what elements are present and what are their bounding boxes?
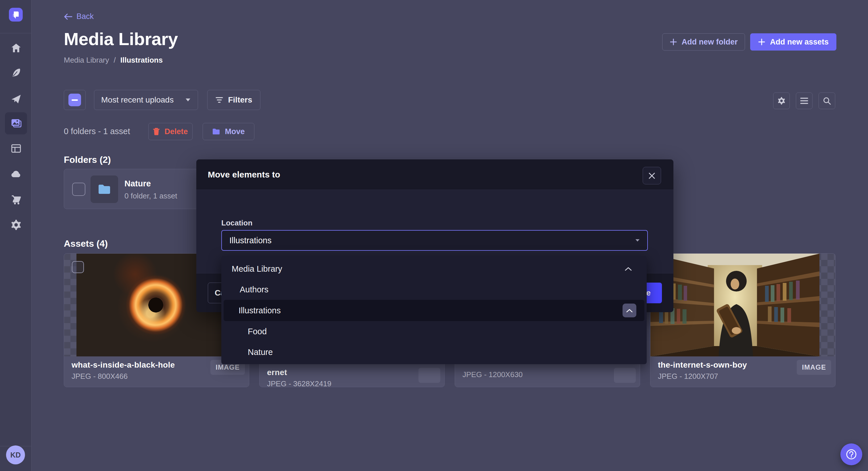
breadcrumb-current: Illustrations	[120, 56, 163, 64]
add-new-assets-label: Add new assets	[770, 38, 829, 46]
layout-icon	[9, 142, 23, 155]
indeterminate-checkbox-icon	[68, 94, 81, 106]
folder-checkbox[interactable]	[72, 183, 85, 196]
gear-icon	[9, 218, 23, 232]
move-button[interactable]: Move	[203, 123, 254, 140]
asset-meta: JPEG - 3628X2419	[267, 379, 437, 387]
user-avatar[interactable]: KD	[6, 445, 25, 464]
asset-type-badge: IMAGE	[797, 360, 831, 375]
breadcrumb-root[interactable]: Media Library	[64, 56, 109, 64]
delete-button[interactable]: Delete	[148, 123, 192, 140]
back-label: Back	[76, 12, 94, 21]
strapi-logo-glyph	[9, 8, 23, 22]
select-all-checkbox[interactable]	[64, 90, 86, 110]
gear-icon	[777, 96, 786, 106]
modal-close-button[interactable]	[643, 167, 661, 184]
sort-dropdown-value: Most recent uploads	[101, 95, 185, 105]
sort-dropdown[interactable]: Most recent uploads	[94, 90, 198, 110]
search-button[interactable]	[818, 93, 835, 109]
cart-icon	[9, 193, 23, 206]
sidebar-item-releases[interactable]	[5, 88, 27, 110]
back-arrow-icon	[64, 13, 72, 20]
caret-down-icon	[635, 239, 640, 242]
sidebar-item-content[interactable]	[5, 62, 27, 83]
collapse-children-button[interactable]	[623, 304, 636, 317]
help-icon	[845, 448, 857, 460]
folder-meta: 0 folder, 1 asset	[124, 192, 177, 200]
delete-label: Delete	[164, 127, 188, 136]
add-new-folder-button[interactable]: Add new folder	[662, 33, 745, 51]
filters-label: Filters	[228, 95, 252, 105]
asset-thumbnail	[650, 254, 835, 357]
location-dropdown-list: Media Library Authors Illustrations Food…	[221, 256, 647, 364]
asset-meta: JPEG - 1200X630	[462, 370, 632, 379]
folder-icon-tile	[91, 175, 118, 203]
chevron-up-icon	[626, 309, 632, 312]
dropdown-option-label: Food	[248, 327, 267, 336]
sidebar-item-home[interactable]	[5, 37, 27, 59]
breadcrumb: Media Library/Illustrations	[64, 56, 163, 65]
move-label: Move	[225, 127, 245, 136]
selection-count: 0 folders - 1 asset	[64, 127, 130, 136]
modal-header: Move elements to	[196, 159, 674, 190]
feather-icon	[9, 66, 23, 79]
chevron-up-icon	[625, 267, 632, 271]
trash-icon	[153, 128, 160, 136]
sidebar-item-content-type-builder[interactable]	[5, 137, 27, 159]
sidebar-divider-top	[0, 33, 32, 33]
media-library-icon	[9, 116, 23, 130]
sidebar-item-deploy[interactable]	[5, 163, 27, 185]
dropdown-option-nature[interactable]: Nature	[221, 342, 647, 363]
assets-heading: Assets (4)	[64, 238, 108, 249]
help-button[interactable]	[840, 443, 862, 465]
add-new-folder-label: Add new folder	[682, 38, 738, 46]
breadcrumb-separator: /	[114, 56, 116, 64]
location-label: Location	[221, 218, 252, 228]
library-photo-illustration	[650, 254, 819, 357]
asset-type-badge	[614, 368, 636, 383]
folders-heading: Folders (2)	[64, 155, 111, 165]
back-link[interactable]: Back	[64, 12, 94, 21]
asset-title: ernet	[267, 368, 437, 377]
search-icon	[823, 97, 831, 105]
dropdown-option-authors[interactable]: Authors	[221, 279, 647, 300]
sidebar-item-media-library[interactable]	[5, 112, 27, 134]
home-icon	[9, 41, 23, 55]
caret-down-icon	[185, 98, 191, 102]
folder-icon	[98, 184, 111, 195]
location-combobox-value: Illustrations	[229, 236, 635, 245]
dropdown-option-label: Authors	[240, 285, 269, 294]
folder-icon	[212, 128, 220, 135]
dropdown-option-media-library[interactable]: Media Library	[221, 259, 647, 279]
folder-name: Nature	[124, 179, 151, 189]
list-view-button[interactable]	[796, 93, 812, 109]
sidebar-item-marketplace[interactable]	[5, 189, 27, 210]
plus-icon	[758, 38, 765, 46]
dropdown-option-label: Media Library	[232, 264, 282, 274]
dropdown-option-label: Nature	[248, 347, 273, 357]
strapi-logo[interactable]	[9, 8, 23, 22]
asset-card-internet-s-own-boy[interactable]: the-internet-s-own-boy JPEG - 1200X707 I…	[650, 253, 836, 387]
location-combobox[interactable]: Illustrations	[221, 230, 648, 251]
asset-checkbox[interactable]	[72, 261, 84, 273]
paper-plane-icon	[9, 92, 23, 105]
dropdown-option-label: Illustrations	[224, 306, 281, 315]
page-title: Media Library	[64, 29, 178, 49]
dropdown-option-illustrations-selected[interactable]: Illustrations	[224, 300, 644, 321]
sidebar-item-settings[interactable]	[5, 214, 27, 236]
library-photo	[650, 254, 819, 357]
plus-icon	[670, 38, 677, 46]
asset-type-badge	[418, 368, 440, 383]
close-icon	[648, 172, 656, 179]
list-icon	[800, 97, 808, 104]
filters-button[interactable]: Filters	[207, 90, 260, 110]
dropdown-option-food[interactable]: Food	[221, 321, 647, 342]
sidebar: KD	[0, 0, 32, 471]
cloud-icon	[9, 167, 23, 181]
grid-settings-button[interactable]	[773, 93, 790, 109]
media-library-page: KD Back Media Library Media Library/Illu…	[0, 0, 868, 471]
add-new-assets-button[interactable]: Add new assets	[750, 33, 836, 51]
modal-title: Move elements to	[208, 170, 280, 179]
filter-icon	[215, 97, 223, 103]
